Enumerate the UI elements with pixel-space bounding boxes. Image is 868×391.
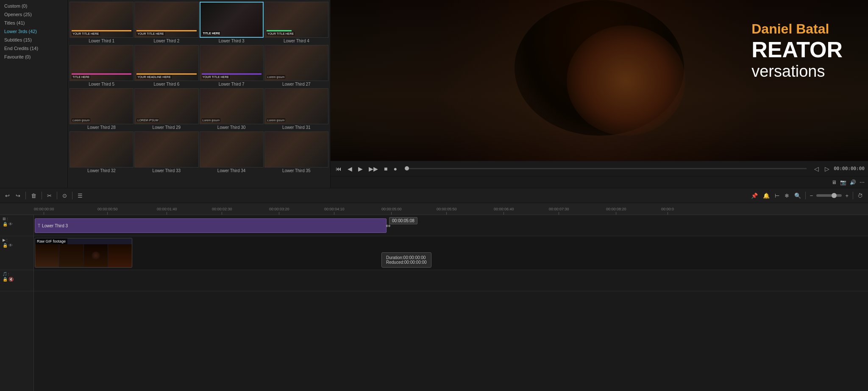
template-thumb-31: Lorem ipsum xyxy=(264,88,328,124)
template-grid: YOUR TITLE HERE Lower Third 1 YOUR TITLE… xyxy=(68,0,330,176)
redo-button[interactable]: ↪ xyxy=(14,192,22,200)
template-item-2[interactable]: YOUR TITLE HERE Lower Third 2 xyxy=(134,2,198,44)
template-item-5[interactable]: TITLE HERE Lower Third 5 xyxy=(70,45,134,87)
ruler-mark-2: 00:00:01:40 xyxy=(157,207,177,215)
template-item-4[interactable]: YOUR TITLE HERE Lower Third 4 xyxy=(264,2,328,44)
sidebar-item-lower3rds[interactable]: Lower 3rds (42) xyxy=(0,27,67,36)
step-back-button[interactable]: ◀ xyxy=(346,165,354,173)
settings-btn[interactable]: ⋯ xyxy=(860,179,865,185)
template-item-30[interactable]: Lorem ipsum Lower Third 30 xyxy=(200,88,264,131)
toolbar-separator-3 xyxy=(57,192,57,199)
sidebar-item-titles[interactable]: Titles (41) xyxy=(0,19,67,27)
video-frame-1 xyxy=(35,244,59,267)
track-label-audio: 🎵 : 🔒 🔇 xyxy=(0,270,33,291)
template-item-33[interactable]: Lower Third 33 xyxy=(134,131,198,174)
play-button[interactable]: ▶ xyxy=(356,165,364,173)
template-thumb-4: YOUR TITLE HERE xyxy=(264,2,328,38)
mark-out-button[interactable]: ▷ xyxy=(823,165,831,173)
template-thumb-35 xyxy=(264,131,328,168)
preview-area: Daniel Batal REATOR versations ⏮ ◀ ▶ ▶▶ … xyxy=(331,0,868,188)
ruler-mark-8: 00:00:06:40 xyxy=(494,207,514,215)
template-item-29[interactable]: LOREM IPSUM Lower Third 29 xyxy=(134,88,198,131)
track-audio-mute[interactable]: 🔇 xyxy=(8,277,14,282)
template-thumb-32 xyxy=(70,131,134,168)
snap-button[interactable]: 📌 xyxy=(749,192,760,200)
track-eye-button[interactable]: 👁 xyxy=(8,222,13,226)
clip-icon: T xyxy=(38,223,40,228)
sidebar-item-subtitles[interactable]: Subtitles (15) xyxy=(0,36,67,44)
progress-thumb[interactable] xyxy=(405,166,409,170)
clip-resize-handle[interactable]: ⇔ xyxy=(386,218,391,233)
progress-bar[interactable] xyxy=(405,168,807,169)
tooltip-reduced: Reduced:00:00:00:00 xyxy=(386,260,427,265)
template-item-34[interactable]: Lower Third 34 xyxy=(200,131,264,174)
undo-button[interactable]: ↩ xyxy=(3,192,11,200)
ruler-mark-0: 00:00:00:00 xyxy=(34,207,54,215)
ruler-mark-7: 00:00:05:50 xyxy=(437,207,457,215)
zoom-slider-thumb[interactable] xyxy=(832,193,837,198)
template-item-1[interactable]: YOUR TITLE HERE Lower Third 1 xyxy=(70,2,134,44)
ruler-mark-6: 00:00:05:00 xyxy=(381,207,402,215)
timeline-track-labels: ⊞ : 🔒 👁 ▶ : 🔒 � xyxy=(0,215,34,391)
zoom-button[interactable]: 🔍 xyxy=(793,192,803,200)
rewind-to-start-button[interactable]: ⏮ xyxy=(334,165,343,173)
template-thumb-1: YOUR TITLE HERE xyxy=(70,2,134,38)
template-item-35[interactable]: Lower Third 35 xyxy=(264,131,328,174)
sidebar-item-favourite[interactable]: Favourite (0) xyxy=(0,53,67,61)
zoom-minus[interactable]: − xyxy=(808,192,815,200)
toolbar-right-btns: 📌 🔔 ⊢ ❄ 🔍 − + ⏱ xyxy=(749,192,865,200)
track-overlay-icon: ⊞ xyxy=(3,217,6,221)
preview-controls: ⏮ ◀ ▶ ▶▶ ■ ● ◁ ▷ 00:00:00:00 xyxy=(331,161,868,176)
template-item-6[interactable]: YOUR HEADLINE HERE Lower Third 6 xyxy=(134,45,198,87)
track-video-eye[interactable]: 👁 xyxy=(8,243,13,248)
track-lock-button[interactable]: 🔒 xyxy=(3,222,8,226)
video-clip[interactable]: Raw GIF footage xyxy=(35,238,132,268)
template-item-32[interactable]: Lower Third 32 xyxy=(70,131,134,174)
tooltip-popup: Duration:00:00:00:00 Reduced:00:00:00:00 xyxy=(381,252,431,268)
marker-button[interactable]: 🔔 xyxy=(761,192,771,200)
history-button[interactable]: ⊙ xyxy=(61,192,69,200)
track-audio-num: : xyxy=(8,272,9,276)
split-button[interactable]: ⊢ xyxy=(773,192,781,200)
loop-button[interactable]: ● xyxy=(392,165,398,173)
template-item-3[interactable]: TITLE HERE Lower Third 3 xyxy=(200,2,264,44)
mark-in-button[interactable]: ◁ xyxy=(812,165,821,173)
properties-button[interactable]: ☰ xyxy=(76,192,84,200)
preview-toolbar: 🖥 📷 🔊 ⋯ xyxy=(331,176,868,188)
screenshot-btn[interactable]: 📷 xyxy=(840,179,846,185)
cut-button[interactable]: ✂ xyxy=(45,192,53,200)
audio-track xyxy=(34,270,868,291)
tooltip-duration: Duration:00:00:00:00 xyxy=(386,255,427,260)
timeline-toolbar: ↩ ↪ 🗑 ✂ ⊙ ☰ 📌 🔔 ⊢ ❄ 🔍 − + ⏱ xyxy=(0,188,868,203)
template-thumb-30: Lorem ipsum xyxy=(200,88,264,124)
step-forward-button[interactable]: ▶▶ xyxy=(367,165,380,173)
delete-button[interactable]: 🗑 xyxy=(29,192,38,200)
template-thumb-6: YOUR HEADLINE HERE xyxy=(134,45,198,81)
template-item-7[interactable]: YOUR TITLE HERE Lower Third 7 xyxy=(200,45,264,87)
lower-third-clip[interactable]: T Lower Third 3 xyxy=(35,218,387,233)
zoom-plus[interactable]: + xyxy=(843,192,850,200)
sidebar-item-endcredits[interactable]: End Credits (14) xyxy=(0,44,67,53)
clock-button[interactable]: ⏱ xyxy=(856,192,865,200)
preview-subtitle: versations xyxy=(751,62,843,81)
track-audio-lock[interactable]: 🔒 xyxy=(3,277,8,282)
ruler-mark-9: 00:00:07:30 xyxy=(549,207,569,215)
sidebar-item-openers[interactable]: Openers (25) xyxy=(0,10,67,19)
template-item-28[interactable]: Lorem ipsum Lower Third 28 xyxy=(70,88,134,131)
template-item-31[interactable]: Lorem ipsum Lower Third 31 xyxy=(264,88,328,131)
template-item-27[interactable]: Lorem ipsum Lower Third 27 xyxy=(264,45,328,87)
sidebar-item-custom[interactable]: Custom (0) xyxy=(0,2,67,10)
track-video-num: : xyxy=(6,238,8,242)
track-video-lock[interactable]: 🔒 xyxy=(3,243,8,248)
freeze-button[interactable]: ❄ xyxy=(783,192,791,200)
timeline-body: ⊞ : 🔒 👁 ▶ : 🔒 � xyxy=(0,215,868,391)
monitor-btn[interactable]: 🖥 xyxy=(832,179,837,185)
stop-button[interactable]: ■ xyxy=(382,165,389,173)
zoom-slider[interactable] xyxy=(816,194,842,197)
video-frame-4 xyxy=(108,244,132,267)
template-thumb-29: LOREM IPSUM xyxy=(134,88,198,124)
track-audio-icon: 🎵 xyxy=(3,272,7,276)
volume-btn[interactable]: 🔊 xyxy=(850,179,856,185)
toolbar-separator-6 xyxy=(853,192,853,199)
template-thumb-28: Lorem ipsum xyxy=(70,88,134,124)
